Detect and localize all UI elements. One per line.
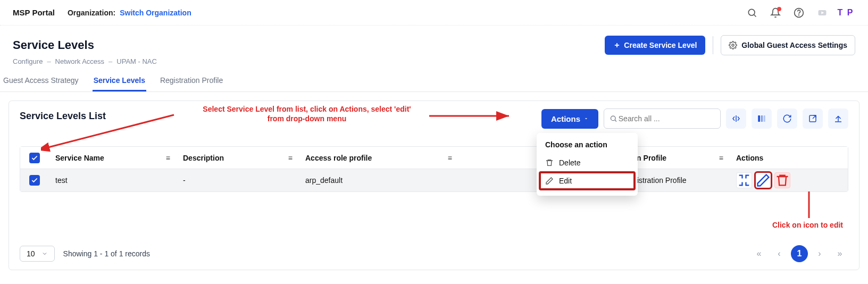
dropdown-edit-label: Edit	[559, 177, 572, 185]
page-size-select[interactable]: 10	[20, 246, 55, 262]
page-prev-button[interactable]: ‹	[771, 245, 788, 262]
search-icon	[610, 114, 617, 123]
actions-button-label: Actions	[551, 114, 580, 123]
page-size-value: 10	[27, 249, 35, 258]
col-description: Description	[183, 154, 224, 162]
pencil-icon	[545, 177, 554, 185]
svg-rect-15	[761, 115, 763, 122]
select-all-checkbox[interactable]	[29, 153, 40, 163]
svg-point-3	[799, 14, 799, 15]
annotation-main-line2: from drop-down menu	[169, 114, 445, 123]
page-first-button[interactable]: «	[750, 245, 767, 262]
svg-rect-18	[835, 121, 841, 122]
col-service-name: Service Name	[55, 154, 104, 162]
tabs: Guest Access Strategy Service Levels Reg…	[0, 71, 868, 92]
cell-access-role-profile: arp_default	[299, 176, 458, 185]
create-service-level-button[interactable]: Create Service Level	[605, 36, 705, 55]
row-view-icon[interactable]	[736, 172, 752, 188]
page-current[interactable]: 1	[791, 245, 808, 262]
page-next-button[interactable]: ›	[811, 245, 828, 262]
pager: 10 Showing 1 - 1 of 1 records « ‹ 1 › »	[20, 245, 848, 262]
dropdown-item-edit[interactable]: Edit	[540, 172, 635, 189]
service-levels-table: Service Name≡ Description≡ Access role p…	[20, 146, 848, 192]
search-icon[interactable]	[742, 3, 762, 22]
actions-dropdown: Choose an action Delete Edit	[537, 133, 638, 196]
resize-columns-icon[interactable]	[726, 108, 746, 129]
col-actions: Actions	[736, 154, 763, 162]
brand: MSP Portal	[13, 8, 55, 17]
export-icon[interactable]	[803, 108, 823, 129]
annotation-main-line1: Select Service Level from list, click on…	[169, 104, 445, 114]
tab-service-levels[interactable]: Service Levels	[93, 71, 146, 91]
breadcrumb: Configure – Network Access – UPAM - NAC	[0, 55, 868, 71]
card-toolbar: Actions	[541, 108, 848, 129]
create-button-label: Create Service Level	[624, 41, 697, 49]
page-header: Service Levels Create Service Level Glob…	[0, 26, 868, 55]
actions-button[interactable]: Actions	[541, 109, 598, 129]
tab-guest-access-strategy[interactable]: Guest Access Strategy	[2, 71, 80, 91]
breadcrumb-configure[interactable]: Configure	[13, 57, 43, 65]
svg-rect-14	[758, 115, 760, 122]
help-icon[interactable]	[789, 3, 808, 22]
svg-rect-16	[764, 115, 765, 122]
svg-line-13	[615, 120, 616, 122]
svg-point-0	[748, 9, 755, 15]
grip-icon[interactable]: ≡	[288, 154, 293, 162]
notifications-icon[interactable]	[766, 3, 785, 22]
global-button-label: Global Guest Access Settings	[741, 41, 847, 49]
organization-label: Organization:	[68, 9, 115, 17]
avatar[interactable]: T P	[836, 3, 855, 22]
dropdown-item-delete[interactable]: Delete	[537, 154, 638, 171]
page-last-button[interactable]: »	[831, 245, 848, 262]
breadcrumb-network-access[interactable]: Network Access	[55, 57, 104, 65]
chevron-down-icon	[41, 250, 48, 257]
topbar: MSP Portal Organization: Switch Organiza…	[0, 0, 868, 26]
svg-point-8	[732, 44, 734, 46]
video-icon[interactable]	[813, 3, 832, 22]
upload-icon[interactable]	[828, 108, 848, 129]
row-checkbox[interactable]	[29, 175, 40, 186]
dropdown-delete-label: Delete	[559, 158, 580, 167]
tab-registration-profile[interactable]: Registration Profile	[159, 71, 224, 91]
separator	[713, 36, 713, 54]
row-delete-icon[interactable]	[774, 172, 790, 188]
search-box[interactable]	[604, 108, 721, 129]
page-info: Showing 1 - 1 of 1 records	[63, 249, 150, 258]
grip-icon[interactable]: ≡	[166, 154, 170, 162]
row-edit-icon[interactable]	[755, 172, 771, 188]
header-checkbox-cell	[20, 147, 49, 169]
svg-line-1	[754, 14, 756, 16]
grip-icon[interactable]: ≡	[448, 154, 452, 162]
dropdown-title: Choose an action	[537, 140, 638, 154]
annotation-right: Click on icon to edit	[772, 220, 843, 230]
svg-point-12	[611, 116, 615, 121]
page-title: Service Levels	[13, 38, 94, 52]
refresh-icon[interactable]	[777, 108, 797, 129]
cell-description: -	[177, 176, 299, 185]
card-title: Service Levels List	[20, 111, 106, 122]
grip-icon[interactable]: ≡	[719, 154, 723, 162]
breadcrumb-upam-nac[interactable]: UPAM - NAC	[116, 57, 157, 65]
cell-service-name: test	[49, 176, 177, 185]
col-access-role-profile: Access role profile	[305, 154, 372, 162]
columns-icon[interactable]	[752, 108, 772, 129]
service-levels-card: Service Levels List Select Service Level…	[9, 101, 859, 270]
table-header-row: Service Name≡ Description≡ Access role p…	[20, 147, 848, 169]
table-row: test - arp_default Default Registration …	[20, 169, 848, 191]
global-guest-access-button[interactable]: Global Guest Access Settings	[721, 35, 855, 55]
switch-organization-link[interactable]: Switch Organization	[120, 9, 191, 17]
trash-icon	[545, 158, 554, 167]
search-input[interactable]	[617, 114, 715, 123]
